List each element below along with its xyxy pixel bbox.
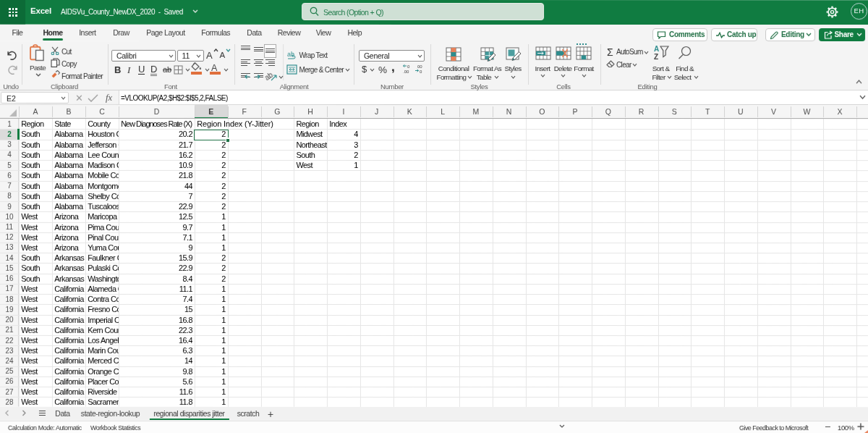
svg-text:00: 00 xyxy=(417,64,422,69)
svg-text:0: 0 xyxy=(407,64,410,69)
svg-text:.00: .00 xyxy=(403,69,409,73)
svg-text:0: 0 xyxy=(420,69,422,73)
